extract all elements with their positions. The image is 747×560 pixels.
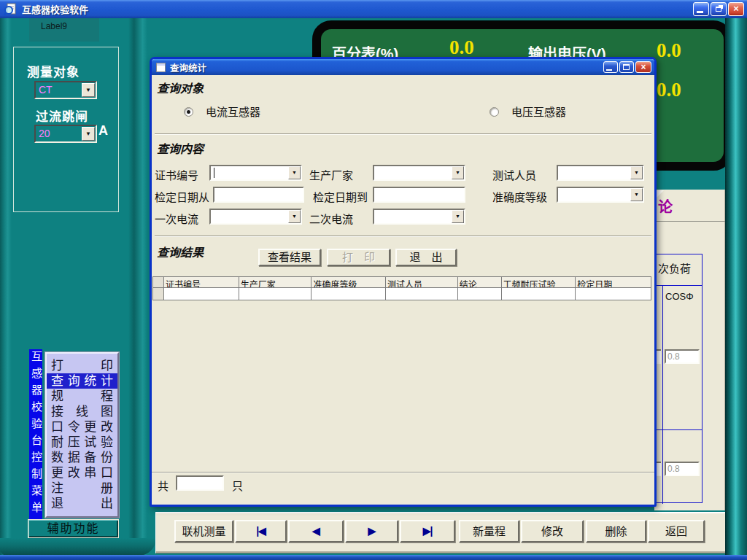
table-header-withstand-test: 工频耐压试验	[502, 277, 576, 288]
menu-item-query-statistics[interactable]: 查询统计	[47, 373, 117, 389]
footer-divider	[152, 472, 654, 473]
chevron-down-icon[interactable]: ▼	[82, 127, 95, 141]
accuracy-class-combo[interactable]: ▼	[557, 187, 644, 203]
query-object-section-title: 查询对象	[157, 79, 204, 96]
certificate-number-label: 证书编号	[155, 167, 198, 182]
section-divider	[155, 133, 651, 135]
date-to-label: 检定日期到	[313, 189, 368, 204]
date-to-input[interactable]	[373, 187, 465, 203]
cos-phi-input-2[interactable]: 0.8	[665, 462, 700, 476]
window-restore-button[interactable]	[711, 2, 727, 16]
menu-item-wiring-diagram[interactable]: 接线图	[47, 404, 117, 419]
backdrop-divider	[654, 221, 725, 222]
table-cell-empty	[386, 288, 458, 300]
secondary-current-combo[interactable]: ▼	[373, 209, 465, 225]
dialog-icon	[156, 63, 166, 72]
next-record-icon[interactable]: ▶	[345, 520, 398, 542]
chevron-down-icon[interactable]: ▼	[288, 166, 301, 179]
table-header-accuracy: 准确度等级	[311, 277, 386, 288]
dialog-body: 查询对象 电流互感器 电压互感器 查询内容 证书编号 ▼ 生产厂家 ▼ 测试人员…	[152, 75, 654, 505]
voltage-transformer-radio[interactable]	[489, 107, 499, 117]
cos-phi-label: COSΦ	[665, 291, 694, 302]
right-frame-decoration	[725, 18, 747, 555]
ampere-unit-label: A	[98, 123, 108, 139]
table-header-selector	[153, 277, 164, 288]
chevron-down-icon[interactable]: ▼	[630, 166, 643, 179]
dialog-close-button[interactable]: ×	[635, 61, 651, 73]
measurement-panel: 测量对象 CT ▼ 过流跳闸 20 ▼ A	[13, 47, 119, 212]
section-divider	[155, 236, 651, 237]
print-button[interactable]: 打 印	[327, 249, 390, 266]
table-row[interactable]	[153, 288, 651, 300]
chevron-down-icon[interactable]: ▼	[82, 83, 95, 97]
table-cell-selector	[153, 288, 164, 300]
tester-combo[interactable]: ▼	[557, 165, 644, 181]
results-table[interactable]: 证书编号 生产厂家 准确度等级 测试人员 结论 工频耐压试验 检定日期	[152, 276, 651, 300]
measure-object-combo[interactable]: CT ▼	[34, 81, 97, 99]
return-button[interactable]: 返回	[648, 520, 705, 542]
menu-item-exit[interactable]: 退出	[47, 496, 117, 511]
main-titlebar[interactable]: 互感器校验软件 ×	[0, 0, 747, 18]
menu-item-data-backup[interactable]: 数据备份	[47, 450, 117, 465]
overcurrent-trip-value: 20	[39, 128, 50, 139]
first-record-icon[interactable]: |◀	[235, 520, 287, 542]
text-caret	[214, 168, 214, 178]
measure-object-label: 测量对象	[27, 62, 80, 80]
certificate-number-combo[interactable]: ▼	[209, 165, 302, 181]
total-label: 共	[158, 478, 169, 493]
current-transformer-radio[interactable]	[184, 107, 193, 117]
left-frame-decoration	[0, 18, 12, 555]
grid-line	[662, 285, 663, 504]
maximize-icon	[623, 64, 630, 70]
table-header-conclusion: 结论	[458, 277, 502, 288]
tester-label: 测试人员	[492, 167, 536, 182]
exit-button[interactable]: 退 出	[395, 249, 457, 266]
background-results-panel: 论 次负荷 COSΦ 0.8 0.8	[654, 190, 725, 510]
overcurrent-trip-combo[interactable]: 20 ▼	[34, 125, 97, 143]
dialog-maximize-button[interactable]	[619, 61, 634, 73]
vertical-groove-decoration	[128, 18, 147, 555]
total-count-input[interactable]	[176, 475, 224, 491]
chevron-down-icon[interactable]: ▼	[452, 166, 464, 179]
bottom-frame-decoration	[0, 538, 156, 556]
query-result-section-title: 查询结果	[157, 243, 204, 260]
chevron-down-icon[interactable]: ▼	[288, 210, 301, 223]
restore-icon	[716, 7, 721, 12]
previous-record-icon[interactable]: ◀	[288, 520, 344, 542]
minimize-icon	[697, 11, 703, 13]
delete-button[interactable]: 删除	[586, 520, 646, 542]
dialog-minimize-button[interactable]	[603, 61, 618, 73]
menu-item-change-serial-port[interactable]: 更改串口	[47, 465, 117, 481]
new-range-button[interactable]: 新量程	[459, 520, 519, 542]
voltage-transformer-label[interactable]: 电压互感器	[511, 104, 566, 119]
grid-line	[654, 429, 703, 430]
window-close-button[interactable]: ×	[728, 2, 744, 16]
secondary-current-label: 二次电流	[309, 211, 353, 226]
view-results-button[interactable]: 查看结果	[258, 249, 321, 266]
table-header-date: 检定日期	[576, 277, 651, 288]
measure-object-value: CT	[39, 84, 53, 96]
date-from-input[interactable]	[213, 187, 304, 203]
window-title: 互感器校验软件	[22, 2, 88, 16]
menu-item-withstand-voltage-test[interactable]: 耐压试验	[47, 435, 117, 450]
current-transformer-label[interactable]: 电流互感器	[206, 104, 260, 119]
app-icon	[4, 2, 18, 16]
chevron-down-icon[interactable]: ▼	[630, 188, 643, 201]
menu-item-register[interactable]: 注册	[47, 481, 117, 496]
last-record-icon[interactable]: ▶|	[400, 520, 455, 542]
chevron-down-icon[interactable]: ▼	[452, 210, 464, 223]
cos-phi-input-1[interactable]: 0.8	[665, 349, 700, 364]
menu-item-regulations[interactable]: 规程	[47, 389, 117, 404]
modify-button[interactable]: 修改	[521, 520, 584, 542]
primary-current-combo[interactable]: ▼	[209, 209, 302, 225]
voltage-value: 0.0	[657, 39, 681, 62]
menu-item-print[interactable]: 打印	[47, 358, 117, 373]
bottom-toolbar: 联机测量 |◀ ◀ ▶ ▶| 新量程 修改 删除 返回	[155, 512, 742, 553]
minimize-icon	[606, 69, 612, 71]
menu-item-change-password[interactable]: 口令更改	[47, 419, 117, 435]
manufacturer-combo[interactable]: ▼	[373, 165, 465, 181]
window-minimize-button[interactable]	[693, 2, 709, 16]
auxiliary-functions-button[interactable]: 辅助功能	[28, 519, 119, 538]
dialog-titlebar[interactable]: 查询统计 ×	[152, 59, 654, 75]
online-measure-button[interactable]: 联机测量	[174, 520, 233, 542]
